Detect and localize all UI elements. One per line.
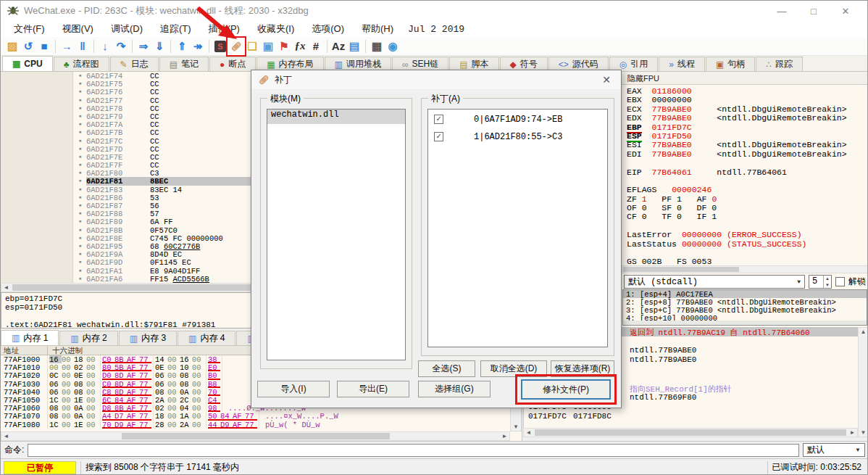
breakpoint-dot-icon[interactable]: ●: [74, 161, 86, 169]
patches-list[interactable]: ✓0|6A7F1AD9:74->EB✓1|6AD21F80:55->C3: [427, 109, 608, 347]
hide-fpu-button[interactable]: 隐藏FPU: [622, 72, 868, 85]
scroll-right-icon[interactable]: ►: [500, 432, 509, 440]
breakpoint-dot-icon[interactable]: ●: [74, 120, 86, 128]
tab-breakpoints[interactable]: ●断点: [209, 57, 256, 71]
hash-icon[interactable]: #: [308, 38, 324, 54]
dump-tab[interactable]: ▥内存 4: [178, 331, 235, 345]
breakpoint-dot-icon[interactable]: ●: [74, 194, 86, 202]
register-line[interactable]: ECX 77B9ABE0 <ntdll.DbgUiRemoteBreakin>: [622, 104, 868, 113]
menu-item[interactable]: 文件(F): [5, 22, 54, 36]
unlock-checkbox[interactable]: [835, 277, 845, 286]
register-line[interactable]: EDI 77B9ABE0 <ntdll.DbgUiRemoteBreakin>: [622, 149, 868, 158]
scroll-left-icon[interactable]: ◄: [524, 429, 533, 437]
stepper-arrows[interactable]: ▲▼: [823, 276, 831, 288]
breakpoint-dot-icon[interactable]: ●: [74, 186, 86, 194]
breakpoint-dot-icon[interactable]: ●: [74, 137, 86, 145]
menu-item[interactable]: 追踪(T): [151, 22, 200, 36]
menu-item[interactable]: 帮助(H): [353, 22, 402, 36]
stack-hscrollbar[interactable]: ◄ ►: [523, 428, 858, 437]
argument-row[interactable]: 2: [esp+8] 77B9ABE0 <ntdll.DbgUiRemoteBr…: [623, 298, 867, 306]
dump-row[interactable]: 77AF107008000A00A4D7AF7718001A005084AF77…: [1, 412, 509, 420]
scroll-thumb[interactable]: [12, 284, 251, 291]
patch-list-item[interactable]: ✓0|6A7F1AD9:74->EB: [428, 112, 607, 127]
register-line[interactable]: LastStatus 00000000 (STATUS_SUCCESS): [622, 239, 868, 248]
patch-checkbox[interactable]: ✓: [434, 115, 443, 124]
breakpoint-dot-icon[interactable]: ●: [74, 275, 86, 283]
tab-notes[interactable]: ▤笔记: [159, 57, 209, 71]
argument-row[interactable]: 3: [esp+C] 77B9ABE0 <ntdll.DbgUiRemoteBr…: [623, 306, 867, 314]
tab-cpu[interactable]: ▦CPU: [2, 56, 53, 71]
scroll-thumb[interactable]: [623, 267, 739, 272]
menu-item[interactable]: 插件(P): [200, 22, 249, 36]
patch-icon[interactable]: [228, 38, 244, 54]
argument-row[interactable]: 1: [esp+4] A0C17EEA: [623, 290, 867, 298]
register-line[interactable]: ESI 77B9ABE0 <ntdll.DbgUiRemoteBreakin>: [622, 140, 868, 149]
command-input[interactable]: [28, 444, 799, 457]
register-line[interactable]: [622, 221, 868, 230]
step-into-icon[interactable]: ↓: [97, 38, 113, 54]
dump-hscrollbar[interactable]: ◄ ►: [1, 431, 510, 441]
scroll-down-icon[interactable]: ▼: [512, 423, 521, 431]
arguments-hscrollbar[interactable]: [623, 321, 867, 325]
dump-tab[interactable]: ▥内存 1: [1, 330, 59, 345]
register-line[interactable]: CF 0 TF 0 IF 1: [622, 212, 868, 220]
open-file-icon[interactable]: ▨: [4, 38, 20, 54]
comments-icon[interactable]: ❏: [244, 38, 260, 54]
patch-checkbox[interactable]: ✓: [434, 132, 443, 141]
dialog-close-icon[interactable]: ✕: [598, 74, 614, 86]
dump-tab[interactable]: ▥内存 2: [59, 331, 117, 345]
dump-row[interactable]: 77AF10801C001E0070D9AF7728002A0044D9AF77…: [1, 421, 509, 429]
register-line[interactable]: EIP 77B64061 ntdll.77B64061: [622, 168, 868, 176]
stepper-down-icon[interactable]: ▼: [824, 282, 831, 289]
export-button[interactable]: 导出(E): [337, 381, 409, 397]
modules-list[interactable]: wechatwin.dll: [267, 109, 406, 360]
register-line[interactable]: ZF 1 PF 1 AF 0: [622, 194, 868, 203]
breakpoint-dot-icon[interactable]: ●: [74, 80, 86, 88]
scroll-right-icon[interactable]: ►: [848, 429, 857, 437]
scroll-down-icon[interactable]: ▼: [859, 429, 868, 437]
register-line[interactable]: LastError 00000000 (ERROR_SUCCESS): [622, 230, 868, 239]
step-out-icon[interactable]: ⇓: [151, 38, 167, 54]
labels-icon[interactable]: ▣: [260, 38, 276, 54]
select-all-button[interactable]: 全选(S): [418, 360, 475, 377]
breakpoint-dot-icon[interactable]: ●: [74, 210, 86, 218]
scroll-up-icon[interactable]: ▲: [859, 328, 868, 336]
register-line[interactable]: EAX 01186000: [622, 86, 868, 95]
run-to-cursor-icon[interactable]: ⇒: [135, 38, 151, 54]
step-over-icon[interactable]: ↷: [113, 38, 129, 54]
arg-depth-stepper[interactable]: 5 ▲▼: [809, 275, 832, 289]
tab-symbols[interactable]: ◆符号: [500, 57, 548, 71]
breakpoint-dot-icon[interactable]: ●: [74, 153, 86, 161]
register-line[interactable]: EBX 00000000: [622, 95, 868, 104]
breakpoint-dot-icon[interactable]: ●: [74, 242, 86, 250]
registers-hscrollbar[interactable]: [622, 265, 868, 273]
calling-convention-select[interactable]: 默认 (stdcall) ▼: [624, 275, 805, 289]
scroll-left-icon[interactable]: ◄: [1, 432, 11, 440]
register-line[interactable]: EDX 77B9ABE0 <ntdll.DbgUiRemoteBreakin>: [622, 113, 868, 122]
breakpoint-dot-icon[interactable]: ●: [74, 128, 86, 136]
dump-tab[interactable]: ▥内存 3: [119, 331, 177, 345]
tab-log[interactable]: ✎日志: [110, 57, 159, 71]
register-line[interactable]: [622, 248, 868, 257]
breakpoint-dot-icon[interactable]: ●: [74, 96, 86, 104]
select-group-button[interactable]: 选择组(G): [418, 381, 491, 397]
run-icon[interactable]: →: [59, 38, 75, 54]
breakpoint-dot-icon[interactable]: ●: [74, 234, 86, 242]
scroll-thumb[interactable]: [122, 433, 390, 439]
breakpoint-dot-icon[interactable]: ●: [74, 72, 86, 80]
patch-list-item[interactable]: ✓1|6AD21F80:55->C3: [428, 129, 607, 144]
maximize-button[interactable]: □: [798, 6, 830, 17]
calculator-icon[interactable]: ▦: [369, 38, 385, 54]
scroll-left-icon[interactable]: ◄: [1, 284, 11, 292]
stepper-up-icon[interactable]: ▲: [824, 276, 831, 282]
tab-graph[interactable]: ♣流程图: [54, 57, 109, 71]
strings-icon[interactable]: S: [214, 41, 226, 52]
tab-script[interactable]: ▤脚本: [449, 57, 498, 71]
breakpoint-dot-icon[interactable]: ●: [74, 104, 86, 112]
restart-icon[interactable]: ↺: [20, 38, 36, 54]
register-line[interactable]: [622, 176, 868, 185]
breakpoint-dot-icon[interactable]: ●: [74, 218, 86, 226]
close-button[interactable]: ✕: [830, 6, 861, 17]
menu-item[interactable]: 选项(O): [303, 22, 353, 36]
stack-vscrollbar[interactable]: ▲ ▼: [858, 327, 868, 437]
